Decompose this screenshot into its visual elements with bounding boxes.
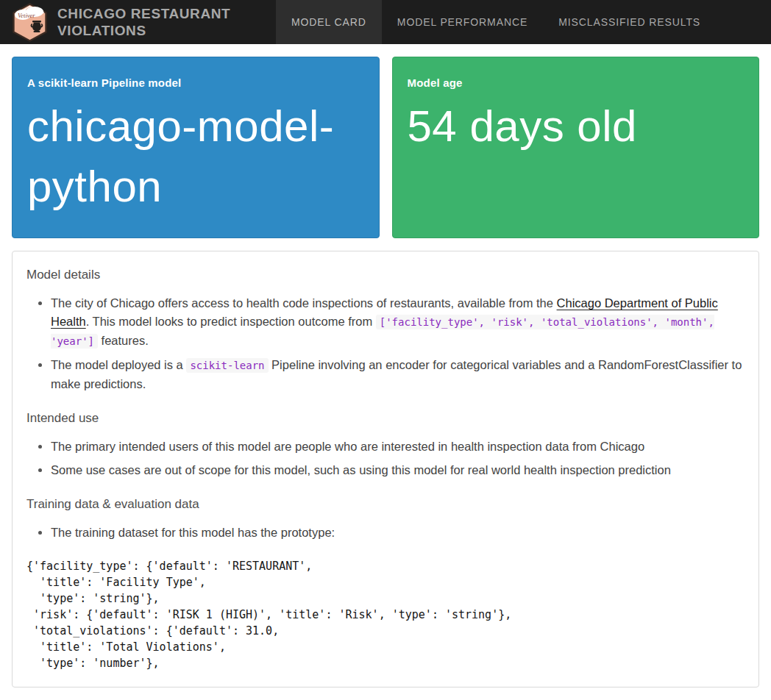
vetiver-logo-text: Vetiver — [18, 12, 35, 19]
value-box-label: Model age — [408, 76, 745, 89]
value-box-model-name: A scikit-learn Pipeline model chicago-mo… — [12, 57, 380, 238]
list-item: The model deployed is a scikit-learn Pip… — [51, 356, 745, 393]
tab-model-performance[interactable]: MODEL PERFORMANCE — [382, 0, 543, 44]
tab-misclassified-results[interactable]: MISCLASSIFIED RESULTS — [543, 0, 716, 44]
model-name-value: chicago-model-python — [27, 96, 364, 217]
value-box-label: A scikit-learn Pipeline model — [27, 76, 364, 89]
section-heading-training-data: Training data & evaluation data — [26, 497, 745, 512]
section-heading-model-details: Model details — [26, 268, 745, 282]
bullet-text: The model deployed is a — [51, 358, 186, 371]
bullet-text: features. — [98, 334, 149, 347]
bullet-text: . This model looks to predict inspection… — [86, 315, 376, 328]
list-item: The training dataset for this model has … — [51, 524, 745, 542]
brand: Vetiver CHICAGO RESTAURANT VIOLATIONS — [0, 3, 249, 42]
list-item: The primary intended users of this model… — [51, 438, 745, 456]
model-card-panel: Model details The city of Chicago offers… — [12, 251, 759, 688]
training-data-list: The training dataset for this model has … — [26, 524, 745, 542]
bullet-text: The city of Chicago offers access to hea… — [51, 296, 557, 310]
prototype-code-block: {'facility_type': {'default': 'RESTAURAN… — [26, 558, 745, 671]
list-item: The city of Chicago offers access to hea… — [51, 294, 745, 351]
list-item: Some use cases are out of scope for this… — [51, 461, 745, 479]
value-box-model-age: Model age 54 days old — [392, 57, 760, 238]
nav-tabs: MODEL CARD MODEL PERFORMANCE MISCLASSIFI… — [276, 0, 716, 44]
navbar: Vetiver CHICAGO RESTAURANT VIOLATIONS MO… — [0, 0, 771, 44]
value-box-row: A scikit-learn Pipeline model chicago-mo… — [12, 57, 759, 238]
section-heading-intended-use: Intended use — [26, 411, 745, 426]
model-age-value: 54 days old — [408, 96, 745, 157]
vetiver-logo-icon: Vetiver — [12, 3, 48, 42]
app-title: CHICAGO RESTAURANT VIOLATIONS — [57, 5, 249, 39]
inline-code-sklearn: scikit-learn — [186, 358, 268, 373]
intended-use-list: The primary intended users of this model… — [26, 438, 745, 479]
tab-model-card[interactable]: MODEL CARD — [276, 0, 382, 44]
main-content: A scikit-learn Pipeline model chicago-mo… — [0, 44, 771, 688]
model-details-list: The city of Chicago offers access to hea… — [26, 294, 745, 393]
